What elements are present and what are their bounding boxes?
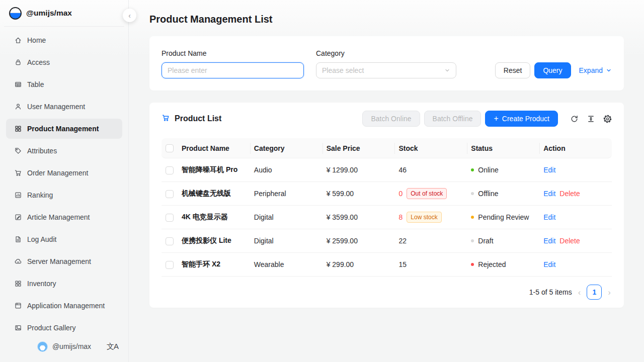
sidebar-item-log-audit[interactable]: Log Audit bbox=[6, 229, 122, 249]
product-name: 4K 电竞显示器 bbox=[178, 206, 250, 229]
category-select[interactable]: Please select bbox=[316, 62, 456, 78]
select-all-checkbox[interactable] bbox=[166, 144, 174, 152]
translate-icon[interactable]: 文A bbox=[107, 342, 118, 351]
pagination-prev-icon[interactable]: ‹ bbox=[577, 288, 582, 297]
sidebar-item-label: Server Management bbox=[27, 257, 91, 265]
logo-row[interactable]: @umijs/max bbox=[0, 0, 128, 26]
expand-label: Expand bbox=[579, 66, 603, 74]
sidebar-item-label: Log Audit bbox=[27, 235, 56, 243]
stock-value: 15 bbox=[398, 260, 407, 268]
edit-link[interactable]: Edit bbox=[543, 260, 555, 268]
sale-price: ¥ 1299.00 bbox=[323, 158, 395, 182]
reset-button[interactable]: Reset bbox=[495, 62, 531, 78]
delete-link[interactable]: Delete bbox=[559, 237, 580, 245]
product-name: 便携投影仪 Lite bbox=[178, 229, 250, 253]
sidebar-item-ranking[interactable]: Ranking bbox=[6, 185, 122, 205]
edit-link[interactable]: Edit bbox=[543, 213, 555, 221]
sale-price: ¥ 599.00 bbox=[323, 182, 395, 206]
stock-tag: Out of stock bbox=[407, 188, 447, 199]
toolbar: Batch Online Batch Offline + Create Prod… bbox=[362, 111, 612, 127]
stock-value: 8 bbox=[398, 213, 403, 221]
user-account[interactable]: @umijs/max bbox=[37, 341, 91, 352]
edit-link[interactable]: Edit bbox=[543, 166, 555, 174]
table-row: 机械键盘无线版 Peripheral ¥ 599.00 0Out of stoc… bbox=[162, 182, 612, 206]
sidebar-item-label: Article Management bbox=[27, 213, 90, 221]
stock-value: 0 bbox=[398, 190, 403, 198]
expand-link[interactable]: Expand bbox=[579, 66, 612, 74]
stock-value: 46 bbox=[398, 166, 407, 174]
sidebar-item-home[interactable]: Home bbox=[6, 30, 122, 50]
row-checkbox[interactable] bbox=[166, 261, 174, 269]
sidebar-item-server-management[interactable]: Server Management bbox=[6, 251, 122, 272]
create-product-label: Create Product bbox=[502, 115, 549, 123]
pagination-next-icon[interactable]: › bbox=[607, 288, 612, 297]
table-row: 智能降噪耳机 Pro Audio ¥ 1299.00 46 Online Edi… bbox=[162, 158, 612, 182]
table-tool-icons bbox=[570, 115, 612, 123]
category: Digital bbox=[250, 229, 323, 253]
sidebar-footer: @umijs/max 文A bbox=[0, 336, 128, 357]
column-product-name: Product Name bbox=[178, 138, 250, 158]
filter-card: Product Name Category Please select Rese… bbox=[149, 36, 624, 90]
table-icon bbox=[14, 80, 22, 88]
chevron-down-icon bbox=[606, 67, 612, 73]
stock-tag: Low stock bbox=[407, 212, 441, 223]
file-icon bbox=[14, 235, 22, 243]
sidebar-item-attributes[interactable]: Attributes bbox=[6, 141, 122, 161]
column-action: Action bbox=[539, 138, 612, 158]
product-name: 智能手环 X2 bbox=[178, 253, 250, 277]
sidebar-item-inventory[interactable]: Inventory bbox=[6, 274, 122, 294]
status-label: Offline bbox=[478, 190, 498, 198]
sidebar-collapse-button[interactable]: ‹ bbox=[123, 9, 136, 22]
status-dot bbox=[471, 168, 474, 171]
table-row: 智能手环 X2 Wearable ¥ 299.00 15 Rejected Ed… bbox=[162, 253, 612, 277]
pagination: 1-5 of 5 items ‹ 1 › bbox=[162, 285, 612, 302]
category: Wearable bbox=[250, 253, 323, 277]
sidebar-item-user-management[interactable]: User Management bbox=[6, 97, 122, 117]
batch-offline-button[interactable]: Batch Offline bbox=[424, 111, 481, 127]
category: Peripheral bbox=[250, 182, 323, 206]
product-name-field: Product Name bbox=[162, 48, 304, 78]
sidebar-item-label: Access bbox=[27, 58, 50, 66]
status-label: Online bbox=[478, 166, 498, 174]
sidebar-item-access[interactable]: Access bbox=[6, 52, 122, 72]
product-name: 智能降噪耳机 Pro bbox=[178, 158, 250, 182]
category-field: Category Please select bbox=[316, 48, 456, 78]
product-list-header: Product List Batch Online Batch Offline … bbox=[162, 111, 612, 127]
sidebar-item-article-management[interactable]: Article Management bbox=[6, 207, 122, 227]
layout-icon bbox=[14, 302, 22, 310]
bar-chart-icon bbox=[14, 191, 22, 199]
home-icon bbox=[14, 36, 22, 44]
row-checkbox[interactable] bbox=[166, 214, 174, 222]
product-table: Product Name Category Sale Price Stock S… bbox=[162, 138, 612, 277]
create-product-button[interactable]: + Create Product bbox=[485, 111, 558, 127]
delete-link[interactable]: Delete bbox=[559, 190, 580, 198]
batch-online-button[interactable]: Batch Online bbox=[362, 111, 420, 127]
category-label: Category bbox=[316, 48, 456, 58]
row-checkbox[interactable] bbox=[166, 166, 174, 174]
sidebar-item-application-management[interactable]: Application Management bbox=[6, 296, 122, 316]
edit-link[interactable]: Edit bbox=[543, 237, 555, 245]
product-name-input[interactable] bbox=[162, 62, 304, 78]
plus-icon: + bbox=[494, 115, 498, 123]
status-dot bbox=[471, 192, 474, 195]
pagination-page-1[interactable]: 1 bbox=[587, 285, 602, 300]
avatar bbox=[37, 341, 48, 352]
row-checkbox[interactable] bbox=[166, 190, 174, 198]
density-icon[interactable] bbox=[587, 115, 595, 123]
sidebar-item-table[interactable]: Table bbox=[6, 74, 122, 95]
sidebar-item-product-management[interactable]: Product Management bbox=[6, 119, 122, 139]
sidebar-item-label: Inventory bbox=[27, 280, 56, 288]
edit-link[interactable]: Edit bbox=[543, 190, 555, 198]
status-label: Pending Review bbox=[478, 213, 529, 221]
column-stock: Stock bbox=[394, 138, 467, 158]
status-label: Draft bbox=[478, 237, 493, 245]
sidebar-item-order-management[interactable]: Order Management bbox=[6, 163, 122, 183]
query-button[interactable]: Query bbox=[534, 62, 571, 78]
sidebar-item-product-gallery[interactable]: Product Gallery bbox=[6, 318, 122, 338]
table-header-row: Product Name Category Sale Price Stock S… bbox=[162, 138, 612, 158]
settings-gear-icon[interactable] bbox=[603, 115, 612, 123]
header-checkbox-cell bbox=[162, 138, 178, 158]
reload-icon[interactable] bbox=[570, 115, 579, 123]
row-checkbox[interactable] bbox=[166, 237, 174, 245]
sidebar-item-label: Table bbox=[27, 80, 44, 88]
